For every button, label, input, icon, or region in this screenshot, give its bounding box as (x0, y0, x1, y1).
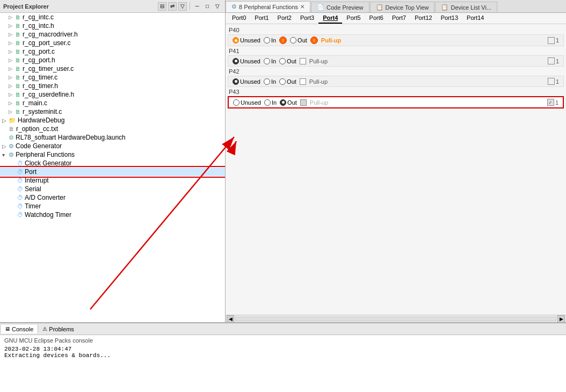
radio-out-p43[interactable]: Out (280, 99, 297, 106)
filter-icon[interactable]: ▽ (178, 2, 187, 11)
expand-arrow: ▷ (9, 66, 15, 71)
console-line-1: 2023-02-28 13:04:47 (4, 346, 562, 352)
radio-in-p42[interactable]: In (264, 78, 276, 85)
tab-problems[interactable]: ⚠ Problems (38, 325, 78, 333)
tree-item-r-systeminit-c[interactable]: ▷ 🗎 r_systeminit.c (0, 107, 225, 116)
port-tab-port0[interactable]: Port0 (228, 13, 250, 24)
tree-item-r-cg-timer-h[interactable]: ▷ 🗎 r_cg_timer.h (0, 82, 225, 90)
port-tab-port7[interactable]: Port7 (388, 13, 410, 24)
pullup-text-p42: Pull-up (309, 78, 328, 85)
port-tab-port4[interactable]: Port4 (318, 13, 342, 24)
radio-unused-p41[interactable]: Unused (233, 58, 260, 64)
tab-peripheral-functions[interactable]: ⚙ 8 Peripheral Functions ✕ (226, 1, 310, 12)
radio-btn-in-p43[interactable] (264, 99, 271, 106)
scroll-right-btn[interactable]: ▶ (557, 315, 565, 323)
file-icon: 🗎 (15, 31, 21, 38)
file-icon: 🗎 (15, 66, 21, 72)
port-tab-port5[interactable]: Port5 (342, 13, 365, 24)
port-section-p43: P43 Unused In Out (228, 88, 564, 108)
tree-item-code-generator[interactable]: ▷ ⚙ Code Generator (0, 142, 225, 150)
tree-item-watchdog-timer[interactable]: ⏱ Watchdog Timer (0, 210, 225, 219)
tree-item-r-cg-port-h[interactable]: ▷ 🗎 r_cg_port.h (0, 56, 225, 64)
tab-device-list[interactable]: 📋 Device List Vi... (435, 2, 497, 12)
radio-btn-unused-p42[interactable] (233, 78, 239, 85)
port-tab-port6[interactable]: Port6 (365, 13, 388, 24)
port-tab-port3[interactable]: Port3 (296, 13, 318, 24)
radio-in-p40[interactable]: In (264, 37, 276, 43)
port-label-p43: P43 (228, 88, 564, 96)
radio-btn-out-p43[interactable] (280, 99, 286, 106)
radio-btn-out-p40[interactable] (290, 37, 296, 43)
tree-item-clock-generator[interactable]: ⏱ Clock Generator (0, 159, 225, 168)
in-label-p42: In (271, 78, 276, 85)
view-menu-icon[interactable]: ▽ (213, 2, 222, 11)
tree-item-r-cg-timer-user-c[interactable]: ▷ 🗎 r_cg_timer_user.c (0, 64, 225, 73)
radio-unused-p40[interactable]: Unused (233, 37, 260, 43)
radio-out-p41[interactable]: Out (279, 58, 296, 64)
tree-item-timer[interactable]: ⏱ Timer (0, 202, 225, 210)
pullup-checkbox-p41[interactable] (300, 58, 306, 64)
tree-item-peripheral-functions[interactable]: ▾ ⚙ Peripheral Functions (0, 150, 225, 159)
tree-item-r-main-c[interactable]: ▷ 🗎 r_main.c (0, 99, 225, 107)
num-checkbox-p42[interactable] (548, 78, 555, 85)
num-checkbox-p41[interactable] (548, 57, 555, 64)
radio-unused-p42[interactable]: Unused (233, 78, 260, 85)
num-checkbox-p43[interactable]: ✓ (547, 99, 554, 106)
tree-item-r-cg-intc-c[interactable]: ▷ 🗎 r_cg_intc.c (0, 13, 225, 21)
tree-item-ad-converter[interactable]: ⏱ A/D Converter (0, 193, 225, 202)
tree-item-serial[interactable]: ⏱ Serial (0, 185, 225, 193)
port-row-p41: Unused In Out Pull-up (228, 55, 564, 67)
tree-item-r-cg-macrodriver-h[interactable]: ▷ 🗎 r_cg_macrodriver.h (0, 30, 225, 39)
pullup-text-p41: Pull-up (309, 58, 328, 64)
radio-in-p43[interactable]: In (264, 99, 277, 106)
radio-btn-out-p42[interactable] (279, 78, 286, 85)
horizontal-scrollbar[interactable]: ◀ ▶ (226, 315, 566, 322)
port-tab-port1[interactable]: Port1 (250, 13, 273, 24)
port-tab-port14[interactable]: Port14 (462, 13, 488, 24)
minimize-icon[interactable]: ─ (193, 2, 201, 11)
radio-btn-unused-p40[interactable] (233, 37, 239, 43)
pullup-checkbox-p42[interactable] (300, 78, 306, 85)
tab-device-top-view[interactable]: 📋 Device Top View (370, 2, 435, 12)
code-preview-icon: 📄 (317, 4, 324, 11)
close-icon[interactable]: ✕ (300, 4, 304, 10)
tab-code-preview[interactable]: 📄 Code Preview (311, 2, 369, 12)
port-tab-port12[interactable]: Port12 (410, 13, 436, 24)
tree-item-r-cg-userdefine-h[interactable]: ▷ 🗎 r_cg_userdefine.h (0, 90, 225, 99)
radio-unused-p43[interactable]: Unused (233, 99, 261, 106)
tree-item-rl78-softuart[interactable]: ⚙ RL78_softuart HardwareDebug.launch (0, 133, 225, 142)
collapse-icon[interactable]: ⊟ (158, 2, 166, 11)
watchdog-icon: ⏱ (17, 212, 23, 218)
tree-item-port[interactable]: ⏱ Port (0, 168, 225, 176)
file-icon: 🗎 (15, 91, 21, 98)
expand-arrow: ▷ (9, 75, 15, 80)
tree-item-r-option-cc-txt[interactable]: 🗎 r_option_cc.txt (0, 125, 225, 133)
radio-out-p42[interactable]: Out (279, 78, 296, 85)
radio-btn-in-p42[interactable] (264, 78, 270, 85)
link-icon[interactable]: ⇌ (168, 2, 177, 11)
num-value-p41: 1 (556, 58, 559, 64)
radio-btn-in-p40[interactable] (264, 37, 270, 43)
radio-btn-unused-p43[interactable] (233, 99, 240, 106)
radio-btn-unused-p41[interactable] (233, 58, 239, 64)
radio-out-p40[interactable]: Out (290, 37, 307, 43)
expand-arrow: ▷ (9, 32, 15, 37)
port-tab-port13[interactable]: Port13 (437, 13, 462, 24)
radio-btn-out-p41[interactable] (279, 58, 286, 64)
maximize-icon[interactable]: □ (203, 2, 212, 11)
tree-item-r-cg-port-user-c[interactable]: ▷ 🗎 r_cg_port_user.c (0, 39, 225, 47)
tree-item-interrupt[interactable]: ⏱ Interrupt (0, 176, 225, 185)
radio-in-p41[interactable]: In (264, 58, 276, 64)
scroll-left-btn[interactable]: ◀ (227, 315, 234, 323)
pullup-checkbox-p43[interactable] (300, 99, 307, 106)
scroll-track[interactable] (235, 317, 556, 321)
tree-item-r-cg-intc-h[interactable]: ▷ 🗎 r_cg_intc.h (0, 21, 225, 30)
radio-btn-in-p41[interactable] (264, 58, 270, 64)
port-section-p40: P40 Unused In ! Out (228, 26, 564, 46)
tree-item-r-cg-timer-c[interactable]: ▷ 🗎 r_cg_timer.c (0, 73, 225, 82)
port-tab-port2[interactable]: Port2 (273, 13, 296, 24)
tree-item-r-cg-port-c[interactable]: ▷ 🗎 r_cg_port.c (0, 47, 225, 56)
num-checkbox-p40[interactable] (548, 37, 555, 44)
tab-console[interactable]: 🖥 Console (0, 325, 38, 333)
tree-item-hardware-debug[interactable]: ▷ 📁 HardwareDebug (0, 116, 225, 125)
